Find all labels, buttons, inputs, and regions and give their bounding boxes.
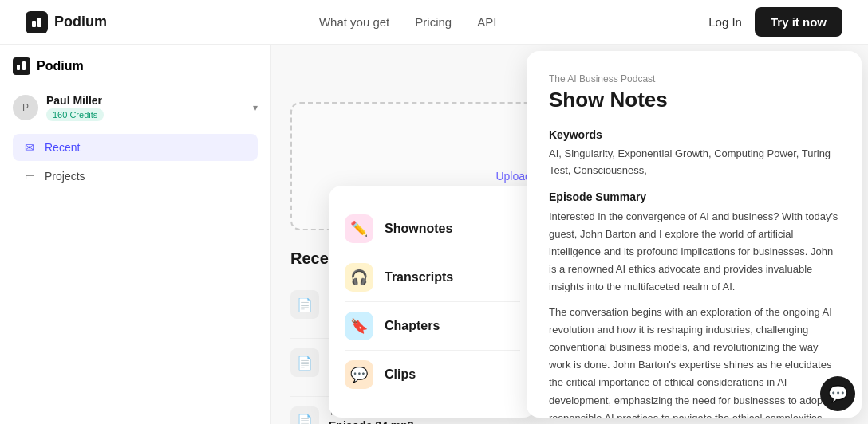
svg-rect-2 [17,65,20,70]
user-info: Paul Miller 160 Credits [46,94,245,121]
user-name: Paul Miller [46,94,245,107]
file-icon: 📄 [290,406,319,424]
logo-text: Podium [54,14,107,30]
chevron-down-icon: ▾ [253,102,258,113]
feature-item-transcripts[interactable]: 🎧 Transcripts [345,253,520,302]
logo: Podium [26,11,107,33]
nav-links: What you get Pricing API [319,15,496,29]
nav-items: ✉ Recent ▭ Projects [13,134,258,190]
nav-item-projects[interactable]: ▭ Projects [13,163,258,190]
file-icon: 📄 [290,290,319,319]
nav-item-recent[interactable]: ✉ Recent [13,134,258,161]
file-name: Episode 24.mp3 [329,419,849,424]
show-notes-body: Interested in the convergence of AI and … [549,208,839,418]
avatar: P [13,95,38,120]
sidebar-logo: Podium [13,57,258,75]
feature-item-chapters[interactable]: 🔖 Chapters [345,302,520,351]
file-icon: 📄 [290,348,319,377]
clips-icon: 💬 [345,360,373,389]
nav-what-you-get[interactable]: What you get [319,15,389,29]
show-notes-podcast: The AI Business Podcast [549,73,839,84]
nav-api[interactable]: API [477,15,496,29]
left-sidebar: Podium P Paul Miller 160 Credits ▾ ✉ Rec… [0,45,271,424]
svg-rect-3 [22,61,26,70]
navigation: Podium What you get Pricing API Log In T… [0,0,868,45]
show-notes-summary-heading: Episode Summary [549,190,839,203]
show-notes-keywords-heading: Keywords [549,128,839,141]
show-notes-panel: The AI Business Podcast Show Notes Keywo… [527,51,862,418]
sidebar-logo-text: Podium [37,59,84,73]
nav-item-projects-label: Projects [45,170,85,183]
feature-item-shownotes[interactable]: ✏️ Shownotes [345,205,520,253]
projects-icon: ▭ [22,169,37,183]
logo-icon [26,11,48,33]
show-notes-keywords: AI, Singularity, Exponential Growth, Com… [549,146,839,179]
user-credits: 160 Credits [46,108,104,121]
show-notes-title: Show Notes [549,88,839,112]
shownotes-icon: ✏️ [345,214,373,243]
feature-label-shownotes: Shownotes [385,222,452,236]
try-button[interactable]: Try it now [755,7,842,37]
nav-item-recent-label: Recent [45,141,80,154]
chat-bubble[interactable]: 💬 [820,376,855,411]
login-button[interactable]: Log In [708,15,742,29]
feature-label-clips: Clips [385,367,416,382]
svg-rect-1 [37,18,41,27]
feature-item-clips[interactable]: 💬 Clips [345,351,520,398]
chapters-icon: 🔖 [345,312,373,340]
main-area: Podium P Paul Miller 160 Credits ▾ ✉ Rec… [0,45,868,424]
sidebar-logo-icon [13,57,30,75]
nav-actions: Log In Try it now [708,7,842,37]
feature-label-chapters: Chapters [385,319,440,333]
nav-pricing[interactable]: Pricing [415,15,452,29]
feature-cards: ✏️ Shownotes 🎧 Transcripts 🔖 Chapters 💬 … [329,186,536,418]
svg-rect-0 [32,21,36,27]
recent-icon: ✉ [22,140,37,155]
user-section[interactable]: P Paul Miller 160 Credits ▾ [13,88,258,128]
center-panel: 👤 ▾ ⬇ Upload a file or drag and drop Onl… [271,45,868,424]
transcripts-icon: 🎧 [345,263,373,292]
feature-label-transcripts: Transcripts [385,270,453,285]
